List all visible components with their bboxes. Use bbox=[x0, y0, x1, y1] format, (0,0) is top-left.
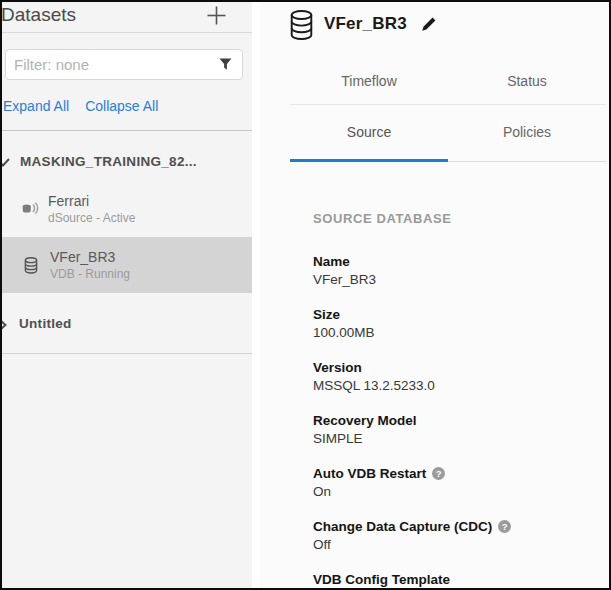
field-label: Version bbox=[313, 359, 362, 376]
tree-item-ferrari[interactable]: Ferrari dSource - Active bbox=[2, 181, 252, 237]
tree-item-vfer-br3[interactable]: VFer_BR3 VDB - Running bbox=[2, 237, 252, 293]
field-value: MSSQL 13.2.5233.0 bbox=[313, 378, 607, 394]
field-label: Name bbox=[313, 253, 350, 270]
item-subtitle: dSource - Active bbox=[48, 210, 135, 226]
tab-policies[interactable]: Policies bbox=[448, 105, 606, 162]
database-broadcast-icon bbox=[22, 201, 40, 217]
chevron-down-icon bbox=[2, 156, 10, 168]
expand-collapse-row: Expand All Collapse All bbox=[2, 80, 252, 114]
app-window: Datasets Expand bbox=[0, 0, 611, 590]
source-tab-content: SOURCE DATABASE Name VFer_BR3 Size 100.0… bbox=[290, 162, 607, 588]
field-value: 100.00MB bbox=[313, 325, 607, 341]
field-size: Size 100.00MB bbox=[313, 306, 607, 341]
field-value: SIMPLE bbox=[313, 431, 607, 447]
field-auto-vdb-restart: Auto VDB Restart On bbox=[313, 465, 607, 500]
detail-header: VFer_BR3 bbox=[290, 8, 607, 40]
section-header: SOURCE DATABASE bbox=[313, 211, 607, 226]
field-label: VDB Config Template bbox=[313, 571, 450, 588]
group-label: MASKING_TRAINING_82... bbox=[20, 154, 197, 169]
field-name: Name VFer_BR3 bbox=[313, 253, 607, 288]
chevron-right-icon bbox=[2, 318, 9, 330]
detail-title: VFer_BR3 bbox=[324, 14, 407, 34]
field-version: Version MSSQL 13.2.5233.0 bbox=[313, 359, 607, 394]
collapse-all-link[interactable]: Collapse All bbox=[85, 98, 158, 114]
field-value: VFer_BR3 bbox=[313, 272, 607, 288]
filter-input[interactable] bbox=[14, 56, 219, 73]
plus-icon bbox=[207, 6, 226, 25]
dataset-group-untitled[interactable]: Untitled bbox=[2, 293, 252, 343]
help-icon[interactable] bbox=[498, 520, 511, 533]
field-vdb-config-template: VDB Config Template No Template Selected bbox=[313, 571, 607, 588]
funnel-icon[interactable] bbox=[219, 58, 232, 71]
tab-status[interactable]: Status bbox=[448, 59, 606, 106]
sidebar-header: Datasets bbox=[2, 2, 252, 33]
detail-tabs: Timeflow Status Source Policies bbox=[290, 59, 606, 162]
edit-name-button[interactable] bbox=[420, 16, 437, 33]
field-label: Auto VDB Restart bbox=[313, 465, 426, 482]
field-label: Change Data Capture (CDC) bbox=[313, 518, 492, 535]
datasets-sidebar: Datasets Expand bbox=[2, 2, 252, 588]
tab-source[interactable]: Source bbox=[290, 105, 448, 162]
item-text: Ferrari dSource - Active bbox=[48, 192, 135, 226]
field-label: Size bbox=[313, 306, 340, 323]
filter-box bbox=[5, 49, 243, 80]
help-icon[interactable] bbox=[432, 467, 445, 480]
item-subtitle: VDB - Running bbox=[50, 266, 130, 282]
sidebar-title: Datasets bbox=[2, 4, 76, 26]
field-recovery-model: Recovery Model SIMPLE bbox=[313, 412, 607, 447]
pencil-icon bbox=[420, 16, 437, 33]
item-text: VFer_BR3 VDB - Running bbox=[50, 248, 130, 282]
group-label: Untitled bbox=[19, 316, 72, 331]
sidebar-divider bbox=[2, 353, 252, 354]
item-title: VFer_BR3 bbox=[50, 248, 130, 266]
detail-panel: VFer_BR3 Timeflow Status Source Polic bbox=[260, 2, 609, 588]
field-value: Off bbox=[313, 537, 607, 553]
tab-timeflow[interactable]: Timeflow bbox=[290, 59, 448, 106]
filter-area bbox=[2, 33, 252, 80]
dataset-group-masking-training[interactable]: MASKING_TRAINING_82... bbox=[2, 131, 252, 181]
item-title: Ferrari bbox=[48, 192, 135, 210]
database-cylinder-icon bbox=[24, 257, 42, 274]
field-label: Recovery Model bbox=[313, 412, 417, 429]
field-value: On bbox=[313, 484, 607, 500]
database-cylinder-icon bbox=[290, 10, 313, 40]
panel-gutter bbox=[252, 2, 260, 588]
field-cdc: Change Data Capture (CDC) Off bbox=[313, 518, 607, 553]
add-dataset-button[interactable] bbox=[206, 5, 226, 25]
expand-all-link[interactable]: Expand All bbox=[3, 98, 69, 114]
